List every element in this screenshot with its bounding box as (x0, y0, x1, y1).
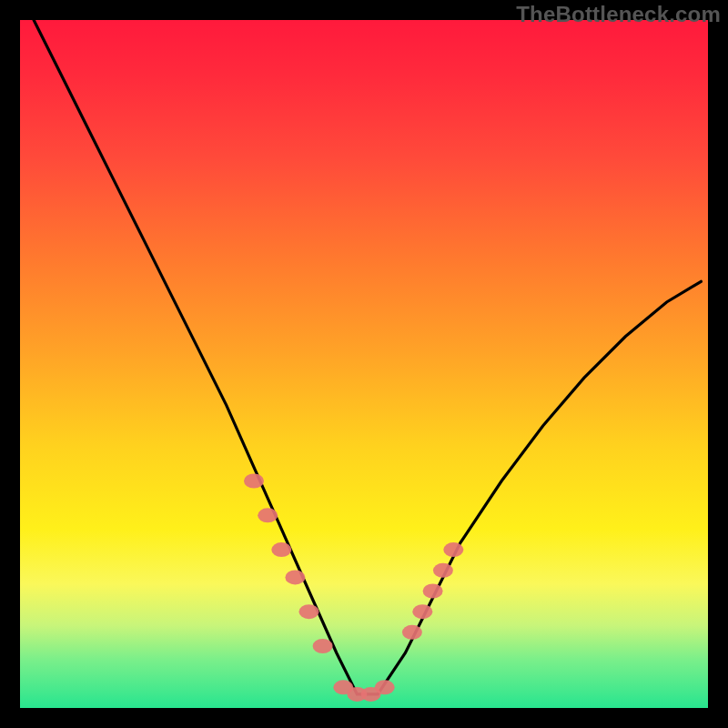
valley-markers (375, 680, 395, 694)
left-arm-markers (313, 639, 333, 653)
outer-frame: TheBottleneck.com (0, 0, 728, 728)
left-arm-markers (271, 542, 291, 557)
right-arm-markers (402, 625, 422, 640)
left-arm-markers (299, 604, 319, 619)
left-arm-markers (258, 508, 278, 522)
chart-svg (20, 20, 708, 708)
bottleneck-curve (34, 20, 701, 694)
plot-area (20, 20, 708, 708)
right-arm-markers (443, 542, 463, 557)
right-arm-markers (412, 604, 432, 619)
left-arm-markers (285, 570, 305, 584)
curve-markers (244, 474, 463, 702)
left-arm-markers (244, 474, 264, 489)
right-arm-markers (433, 563, 453, 578)
right-arm-markers (423, 584, 443, 599)
watermark-text: TheBottleneck.com (516, 2, 721, 27)
